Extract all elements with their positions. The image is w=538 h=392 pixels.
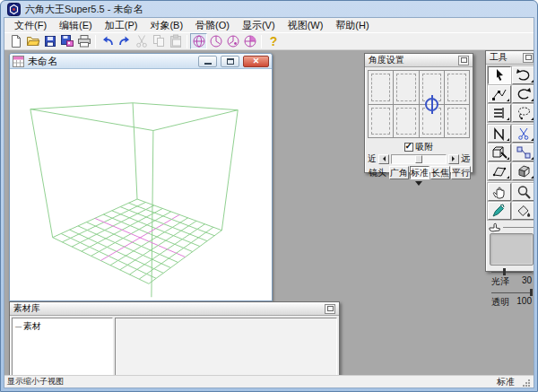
menu-item-file[interactable]: 文件(F) — [8, 18, 53, 33]
resize-grip-icon[interactable] — [520, 377, 531, 388]
distance-slider-thumb[interactable] — [415, 155, 422, 163]
document-titlebar[interactable]: 未命名 ✕ — [10, 54, 272, 69]
menu-item-help[interactable]: 帮助(H) — [329, 18, 375, 33]
new-button[interactable] — [7, 33, 24, 49]
collapse-icon[interactable] — [523, 53, 534, 63]
tools-panel-titlebar[interactable]: 工具 — [486, 51, 534, 65]
add-point-tool[interactable] — [488, 85, 511, 103]
gloss-slider[interactable] — [491, 267, 532, 275]
open-button[interactable] — [24, 33, 41, 49]
flyout-indicator — [531, 176, 534, 179]
view-hidden-line-button[interactable] — [207, 33, 224, 49]
extrude-tool[interactable] — [488, 144, 511, 161]
close-button[interactable]: ✕ — [243, 56, 269, 67]
curve-n-icon — [490, 126, 508, 141]
zoom-in-arrow[interactable] — [448, 154, 459, 164]
fill-tool[interactable] — [512, 202, 534, 220]
angle-cell[interactable] — [369, 105, 393, 138]
collapse-icon[interactable] — [458, 56, 469, 65]
lens-wide-button[interactable]: 广角 — [389, 166, 409, 179]
rotate-object-tool[interactable] — [512, 85, 534, 103]
paste-button[interactable] — [167, 33, 184, 49]
print-button[interactable] — [75, 33, 92, 49]
zoom-tool[interactable] — [512, 183, 534, 201]
material-preview-area[interactable] — [115, 318, 337, 375]
finger-icon[interactable] — [489, 222, 501, 232]
menu-item-edit[interactable]: 编辑(E) — [53, 18, 99, 33]
close-icon: ✕ — [253, 57, 260, 65]
flyout-indicator — [507, 99, 509, 101]
tools-panel-title: 工具 — [490, 51, 508, 64]
distance-slider[interactable] — [391, 154, 447, 164]
copy-button[interactable] — [150, 33, 167, 49]
eyedropper-tool[interactable] — [488, 202, 511, 220]
material-color-swatch[interactable] — [490, 233, 534, 266]
lens-parallel-button[interactable]: 平行 — [451, 166, 471, 179]
gloss-label: 光泽 — [491, 275, 509, 286]
save-image-button[interactable] — [58, 33, 75, 49]
opacity-label: 透明 — [491, 296, 509, 307]
gloss-slider-thumb[interactable] — [503, 268, 506, 275]
cut-line-tool[interactable] — [512, 125, 534, 143]
paint-bucket-icon — [515, 204, 533, 218]
angle-preset-grid — [368, 70, 470, 138]
undo-button[interactable] — [99, 33, 116, 49]
angle-cell[interactable] — [369, 71, 393, 104]
wireframe-cube — [11, 69, 271, 299]
view-wireframe-button[interactable] — [190, 33, 207, 49]
angle-cell[interactable] — [445, 71, 469, 104]
cut-button[interactable] — [133, 33, 150, 49]
material-library-panel: 素材库 ─ 素材 — [9, 301, 340, 375]
menu-item-process[interactable]: 加工(P) — [99, 18, 144, 33]
angle-cell[interactable] — [394, 71, 418, 104]
view-shaded-button[interactable] — [224, 33, 241, 49]
save-button[interactable] — [41, 33, 58, 49]
zoom-out-arrow[interactable] — [378, 154, 389, 164]
menu-item-view[interactable]: 视图(W) — [282, 18, 330, 33]
help-button[interactable]: ? — [265, 33, 282, 49]
opacity-slider-thumb[interactable] — [530, 289, 533, 296]
menu-item-bones[interactable]: 骨骼(O) — [189, 18, 236, 33]
gloss-value: 30 — [522, 275, 532, 286]
maximize-button[interactable] — [221, 56, 239, 67]
status-bar: 显示缩小子视图 标准 — [4, 375, 534, 388]
curve-tool[interactable] — [488, 125, 511, 143]
open-folder-icon — [26, 34, 40, 48]
tree-item-material[interactable]: ─ 素材 — [14, 319, 110, 334]
toolbar-separator — [187, 35, 187, 48]
minimize-button[interactable] — [198, 56, 217, 67]
textured-sphere-icon — [243, 34, 257, 48]
lens-tele-button[interactable]: 长焦 — [430, 166, 450, 179]
redo-button[interactable] — [116, 33, 133, 49]
linked-squares-icon — [515, 145, 533, 160]
tools-panel: 工具 — [485, 50, 534, 272]
printer-icon — [77, 34, 91, 48]
collapse-icon[interactable] — [325, 304, 335, 314]
main-toolbar: ? — [4, 32, 534, 50]
material-panel-titlebar[interactable]: 素材库 — [10, 302, 339, 316]
angle-cell[interactable] — [394, 105, 418, 138]
select-tool[interactable] — [488, 66, 511, 84]
3d-viewport[interactable] — [11, 69, 271, 300]
face-tool[interactable] — [488, 162, 511, 180]
rotate-view-tool[interactable] — [512, 66, 534, 84]
view-textured-button[interactable] — [241, 33, 258, 49]
menu-item-object[interactable]: 对象(B) — [143, 18, 189, 33]
toolbar-separator — [261, 35, 262, 48]
menu-item-display[interactable]: 显示(V) — [236, 18, 282, 33]
link-tool[interactable] — [512, 144, 534, 161]
camera-angle-indicator[interactable] — [425, 98, 438, 111]
left-arrow-icon — [380, 156, 386, 161]
angle-cell[interactable] — [445, 105, 469, 138]
solid-tool[interactable] — [512, 162, 534, 180]
snap-checkbox[interactable] — [404, 143, 413, 152]
lens-standard-button[interactable]: 标准 — [410, 166, 430, 179]
hand-tool[interactable] — [488, 183, 511, 201]
angle-panel-titlebar[interactable]: 角度设置 — [365, 54, 473, 67]
menu-bar: 文件(F) 编辑(E) 加工(P) 对象(B) 骨骼(O) 显示(V) 视图(W… — [4, 18, 534, 32]
opacity-slider[interactable] — [491, 288, 532, 296]
align-lines-tool[interactable] — [488, 104, 511, 122]
lasso-tool[interactable] — [512, 104, 534, 122]
panel-expander[interactable] — [365, 180, 473, 187]
app-titlebar[interactable]: 六角大王Super5.5 - 未命名 — [4, 1, 534, 17]
